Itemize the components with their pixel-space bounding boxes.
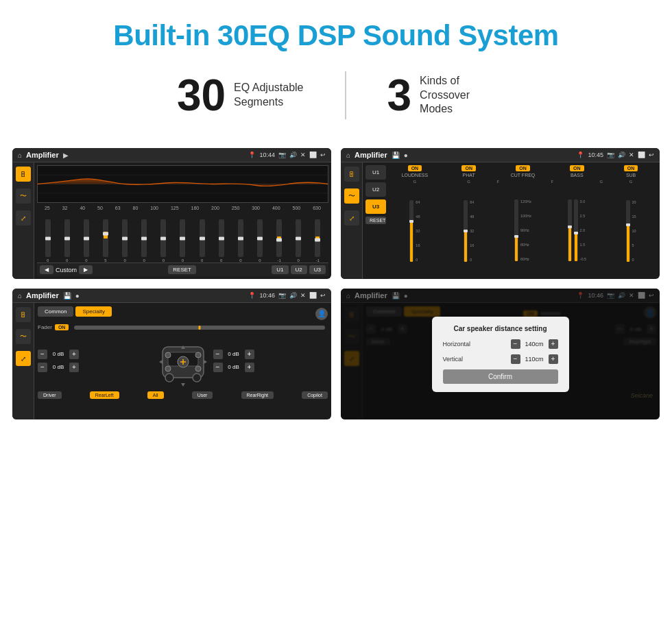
minus-btn-rl[interactable]: − — [38, 363, 47, 372]
camera-icon-sp: 📷 — [278, 292, 286, 299]
close-icon-eq[interactable]: ✕ — [300, 151, 306, 158]
tab-specialty[interactable]: Specialty — [75, 306, 111, 317]
home-icon[interactable]: ⌂ — [18, 151, 22, 159]
phat-toggle[interactable]: ON — [461, 165, 476, 171]
zone-rearleft[interactable]: RearLeft — [90, 391, 119, 399]
xover-sub: ON SUB G 20151050 — [605, 165, 657, 276]
u2-btn[interactable]: U2 — [291, 265, 307, 274]
dsp-eq: ⌂ Amplifier ▶ 📍 10:44 📷 🔊 ✕ ⬜ ↩ — [12, 148, 331, 279]
confirm-button[interactable]: Confirm — [443, 369, 558, 384]
save-icon: 💾 — [392, 151, 400, 159]
eq-band-4: 0 — [122, 219, 128, 263]
eq-band-0: 0 — [45, 219, 51, 263]
u3-btn[interactable]: U3 — [309, 265, 326, 274]
sidebar-wave-icon[interactable]: 〜 — [16, 188, 31, 204]
preset-u1[interactable]: U1 — [365, 165, 386, 180]
plus-btn-rr[interactable]: + — [245, 363, 254, 372]
db-rear-left: − 0 dB + — [38, 363, 153, 372]
camera-icon-x: 📷 — [607, 151, 614, 158]
svg-point-7 — [193, 374, 201, 382]
close-icon-x[interactable]: ✕ — [629, 151, 634, 158]
screen-eq: ⌂ Amplifier ▶ 📍 10:44 📷 🔊 ✕ ⬜ ↩ — [12, 148, 331, 279]
sidebar-expand-icon-x[interactable]: ⤢ — [344, 210, 359, 225]
screen-icon-sp[interactable]: ⬜ — [309, 292, 317, 299]
horizontal-minus[interactable]: − — [511, 339, 520, 349]
volume-icon-x[interactable]: 🔊 — [618, 151, 625, 158]
speaker-distance-dialog: Car speaker distance setting Horizontal … — [432, 317, 569, 392]
svg-point-13 — [165, 366, 171, 371]
eq-band-8: 0 — [200, 219, 205, 263]
reset-btn-eq[interactable]: RESET — [168, 265, 196, 274]
fader-toggle[interactable]: ON — [55, 324, 69, 330]
preset-u2[interactable]: U2 — [365, 182, 386, 197]
eq-band-labels: 2532405063 80100125160200 25030040050063… — [37, 206, 328, 210]
tab-common[interactable]: Common — [38, 306, 73, 317]
db-front-right: − 0 dB + — [213, 350, 328, 359]
db-val-rl: 0 dB — [49, 364, 68, 370]
u1-btn[interactable]: U1 — [272, 265, 288, 274]
eq-band-3: 5 — [103, 219, 108, 263]
screen-icon-x[interactable]: ⬜ — [638, 151, 645, 158]
cutfreq-toggle[interactable]: ON — [516, 165, 530, 171]
fader-slider[interactable] — [74, 326, 325, 330]
back-icon-x[interactable]: ↩ — [649, 151, 654, 158]
prev-btn[interactable]: ◀ — [40, 265, 53, 274]
sidebar-eq-icon-sp[interactable]: 🎚 — [16, 307, 31, 322]
zone-copilot[interactable]: Copilot — [302, 391, 328, 399]
zone-user[interactable]: User — [192, 391, 213, 399]
minus-btn-rr[interactable]: − — [213, 363, 223, 372]
xover-presets: U1 U2 U3 RESET — [365, 165, 386, 276]
loudness-toggle[interactable]: ON — [408, 165, 422, 171]
xover-main-content: U1 U2 U3 RESET ON LOUDNESS G — [363, 162, 660, 279]
horizontal-value: 140cm — [523, 341, 547, 348]
zone-driver[interactable]: Driver — [38, 391, 62, 399]
home-icon-sp[interactable]: ⌂ — [18, 292, 22, 300]
back-icon[interactable]: ↩ — [320, 151, 326, 158]
sidebar-expand-icon-sp[interactable]: ⤢ — [16, 351, 31, 366]
sub-toggle[interactable]: ON — [624, 165, 638, 171]
dialog-vertical-row: Vertical − 110cm + — [443, 354, 558, 364]
vertical-value: 110cm — [523, 356, 547, 363]
volume-icon[interactable]: 🔊 — [289, 151, 297, 158]
dot-icon-sp: ● — [75, 292, 80, 300]
db-front-left: − 0 dB + — [38, 350, 153, 359]
play-icon[interactable]: ▶ — [63, 151, 69, 159]
dsp-xover: ⌂ Amplifier 💾 ● 📍 10:45 📷 🔊 ✕ ⬜ ↩ — [341, 148, 660, 279]
eq-band-12: -1 — [276, 219, 282, 263]
sidebar-wave-icon-x[interactable]: 〜 — [344, 188, 359, 204]
back-icon-sp[interactable]: ↩ — [320, 292, 326, 299]
sidebar-expand-icon[interactable]: ⤢ — [16, 210, 31, 225]
profile-icon[interactable]: 👤 — [315, 308, 328, 320]
sidebar-eq-icon[interactable]: 🎚 — [16, 167, 31, 182]
time-sp: 10:46 — [259, 292, 275, 299]
plus-btn-fr[interactable]: + — [245, 350, 254, 359]
sidebar-eq-icon-x[interactable]: 🎚 — [344, 167, 359, 182]
stat-eq: 30 EQ AdjustableSegments — [136, 73, 345, 117]
zone-rearright[interactable]: RearRight — [241, 391, 274, 399]
home-icon-xover[interactable]: ⌂ — [346, 151, 350, 159]
volume-icon-sp[interactable]: 🔊 — [289, 292, 297, 299]
specialty-main: Common Specialty 👤 Fader ON — [34, 303, 331, 419]
vertical-label: Vertical — [443, 356, 464, 363]
vertical-minus[interactable]: − — [511, 354, 520, 364]
svg-marker-16 — [181, 383, 185, 387]
close-icon-sp[interactable]: ✕ — [300, 292, 306, 299]
plus-btn-rl[interactable]: + — [69, 363, 79, 372]
vertical-plus[interactable]: + — [549, 354, 558, 364]
stat-xover: 3 Kinds ofCrossover Modes — [346, 73, 537, 117]
preset-u3[interactable]: U3 — [365, 199, 386, 214]
bass-toggle[interactable]: ON — [570, 165, 584, 171]
eq-band-14: -1 — [315, 219, 320, 263]
screen-icon[interactable]: ⬜ — [309, 151, 317, 158]
reset-btn-xover[interactable]: RESET — [365, 217, 386, 224]
horizontal-plus[interactable]: + — [549, 339, 558, 349]
plus-btn-fl[interactable]: + — [69, 350, 79, 359]
zone-all[interactable]: All — [147, 391, 164, 399]
eq-band-5: 0 — [141, 219, 147, 263]
minus-btn-fr[interactable]: − — [213, 350, 223, 359]
specialty-tabs: Common Specialty — [38, 306, 112, 317]
eq-band-6: 0 — [160, 219, 166, 263]
minus-btn-fl[interactable]: − — [38, 350, 47, 359]
next-btn[interactable]: ▶ — [79, 265, 93, 274]
sidebar-wave-icon-sp[interactable]: 〜 — [16, 329, 31, 344]
